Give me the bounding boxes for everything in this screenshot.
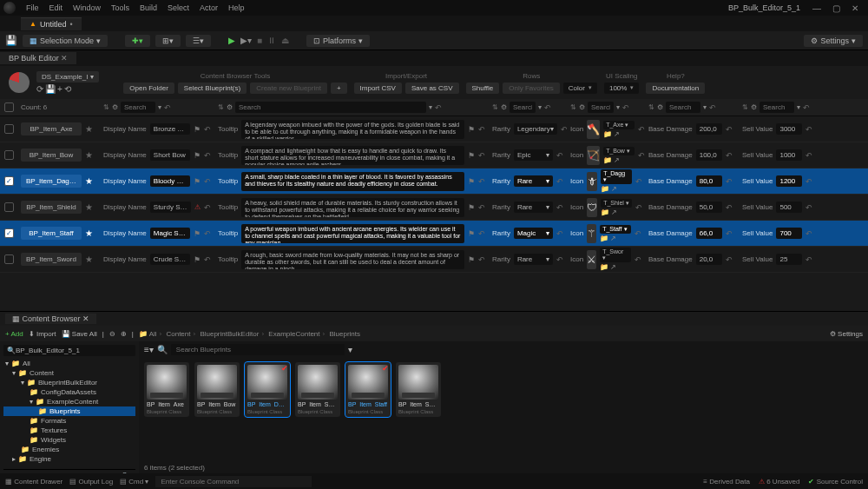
settings-dropdown[interactable]: ⚙Settings▾ [804, 35, 863, 47]
blueprint-name-button[interactable]: BP_Item_Staff [21, 227, 82, 240]
save-asset-icon[interactable]: 💾 [45, 84, 56, 94]
sort-tooltip-icon[interactable]: ⇅ [218, 103, 224, 111]
icon-thumbnail[interactable]: ⚔ [587, 250, 596, 269]
reset-icon[interactable]: ↶ [478, 255, 485, 264]
reset-icon[interactable]: ↶ [635, 255, 641, 264]
add-content-dropdown[interactable]: ✚▾ [125, 35, 150, 47]
reset-icon[interactable]: ↶ [556, 229, 563, 238]
flag-icon[interactable]: ⚑ [468, 151, 475, 160]
icon-browse-icon[interactable]: 📁 [603, 130, 612, 138]
tree-ec[interactable]: ▾📁ExampleContent [3, 397, 135, 406]
add-asset-icon[interactable]: + [57, 84, 62, 94]
reset-icon[interactable]: ↶ [635, 203, 642, 212]
cb-tree-search[interactable]: 🔍BP_Bulk_Editor_5_1 [3, 345, 135, 356]
tab-bp-bulk-editor[interactable]: BP Bulk Editor ✕ [0, 52, 76, 64]
base-damage-field[interactable]: 80,0 [696, 175, 722, 187]
asset-tile[interactable]: ✔BP_Item_StaffBlueprint Class [345, 362, 391, 417]
search-rarity[interactable] [510, 102, 536, 113]
cb-import-button[interactable]: ⬇ Import [29, 330, 56, 338]
add-blueprint-button[interactable]: + [331, 83, 347, 94]
sell-value-field[interactable]: 1200 [776, 175, 802, 187]
flag-icon[interactable]: ⚑ [468, 125, 475, 134]
icon-use-icon[interactable]: ↗ [610, 263, 616, 271]
marketplace-dropdown[interactable]: ⊞▾ [155, 35, 181, 47]
sell-value-field[interactable]: 700 [776, 228, 802, 239]
tooltip-field[interactable]: A compact and lightweight bow that is ea… [241, 146, 464, 165]
icon-use-icon[interactable]: ↗ [610, 235, 616, 242]
search-tooltip[interactable] [235, 102, 426, 113]
console-input[interactable] [155, 476, 312, 487]
play-options-dropdown[interactable]: ▶▾ [240, 36, 252, 45]
search-base-damage[interactable] [666, 102, 700, 113]
tab-untitled[interactable]: ▲Untitled• [21, 17, 82, 30]
grid-row[interactable]: BP_Item_Bow★ Display NameShort Bow⚑↶ Too… [0, 142, 868, 169]
display-name-field[interactable]: Crude Sword [150, 254, 190, 265]
reset-icon[interactable]: ↶ [726, 125, 733, 134]
flag-icon[interactable]: ⚑ [468, 177, 475, 186]
cb-history-back[interactable]: ⊖ [109, 330, 115, 338]
tooltip-field[interactable]: A powerful weapon imbued with ancient ar… [241, 224, 464, 243]
icon-use-icon[interactable]: ↗ [611, 208, 617, 216]
sell-value-field[interactable]: 1000 [776, 149, 802, 161]
display-name-field[interactable]: Short Bow [150, 149, 190, 161]
base-damage-field[interactable]: 200,0 [696, 123, 722, 135]
tree-enemies[interactable]: 📁Enemies [3, 445, 135, 454]
search-display-name[interactable] [121, 102, 155, 113]
asset-tile[interactable]: BP_Item_ShieldBlueprint Class [295, 362, 340, 417]
rarity-dropdown[interactable]: Legendary▾ [514, 123, 557, 135]
search-sell-value[interactable] [760, 102, 794, 113]
flag-icon[interactable]: ⚑ [468, 203, 475, 212]
reset-icon[interactable]: ↶ [478, 125, 485, 134]
flag-icon[interactable]: ⚑ [194, 151, 201, 160]
row-checkbox[interactable] [4, 124, 14, 134]
icon-asset-dropdown[interactable]: T_Shiel ▾ [601, 199, 632, 208]
shuffle-button[interactable]: Shuffle [466, 83, 500, 94]
icon-thumbnail[interactable]: ⚚ [587, 224, 596, 243]
sort-icon-icon[interactable]: ⇅ [570, 103, 576, 111]
icon-asset-dropdown[interactable]: T_Bow ▾ [603, 147, 635, 155]
flag-icon[interactable]: ⚑ [194, 229, 201, 238]
cb-history-fwd[interactable]: ⊕ [121, 330, 127, 338]
icon-use-icon[interactable]: ↗ [611, 185, 617, 193]
reset-icon[interactable]: ↶ [478, 203, 485, 212]
tree-textures[interactable]: 📁Textures [3, 426, 135, 435]
scale-dropdown[interactable]: 100% [604, 83, 639, 94]
reset-icon[interactable]: ↶ [204, 255, 211, 264]
eject-button[interactable]: ⏏ [281, 36, 289, 45]
reset-icon[interactable]: ↶ [806, 125, 812, 134]
reset-icon[interactable]: ↶ [726, 229, 733, 238]
reset-icon[interactable]: ↶ [635, 229, 641, 238]
row-checkbox[interactable] [4, 150, 14, 160]
grid-row[interactable]: ✓ BP_Item_Dagger★ Display NameBloody Dag… [0, 169, 868, 195]
tree-all[interactable]: ▾📁All [3, 359, 135, 368]
selection-mode-dropdown[interactable]: ▦Selection Mode▾ [23, 35, 108, 47]
sell-value-field[interactable]: 25 [776, 254, 802, 265]
asset-tile[interactable]: BP_Item_BowBlueprint Class [194, 362, 240, 417]
color-dropdown[interactable]: Color [563, 83, 597, 94]
tooltip-field[interactable]: A heavy, solid shield made of durable ma… [241, 198, 464, 217]
menu-tools[interactable]: Tools [106, 3, 135, 12]
row-checkbox[interactable]: ✓ [4, 228, 14, 238]
grid-row[interactable]: BP_Item_Axe★ Display NameBronze Axe⚑↶ To… [0, 116, 868, 142]
icon-browse-icon[interactable]: 📁 [600, 235, 608, 242]
reset-icon[interactable]: ↶ [204, 125, 211, 134]
breadcrumb[interactable]: 📁 All› Content› BlueprintBulkEditor› Exa… [139, 330, 360, 338]
favorite-star-icon[interactable]: ★ [85, 150, 93, 160]
minimize-button[interactable]: — [807, 3, 826, 13]
sequencer-dropdown[interactable]: ☰▾ [186, 35, 211, 47]
grid-row[interactable]: ✓ BP_Item_Staff★ Display NameMagic Staff… [0, 221, 868, 247]
filter-icon[interactable]: ⚙ [227, 103, 233, 111]
search-icon[interactable] [588, 102, 614, 113]
reset-icon[interactable]: ↶ [806, 203, 812, 212]
reset-icon[interactable]: ↶ [635, 177, 642, 186]
icon-thumbnail[interactable]: 🏹 [587, 146, 600, 165]
blueprint-name-button[interactable]: BP_Item_Sword [21, 253, 82, 266]
documentation-button[interactable]: Documentation [646, 83, 705, 94]
create-blueprint-button[interactable]: Create new Blueprint [250, 83, 327, 94]
menu-actor[interactable]: Actor [194, 3, 223, 12]
icon-thumbnail[interactable]: 🗡 [587, 172, 597, 191]
icon-browse-icon[interactable]: 📁 [601, 208, 609, 216]
output-log-button[interactable]: ▤ Output Log [69, 478, 113, 486]
icon-asset-dropdown[interactable]: T_Staff ▾ [600, 225, 631, 234]
sync-icon[interactable]: ⟲ [64, 84, 71, 94]
